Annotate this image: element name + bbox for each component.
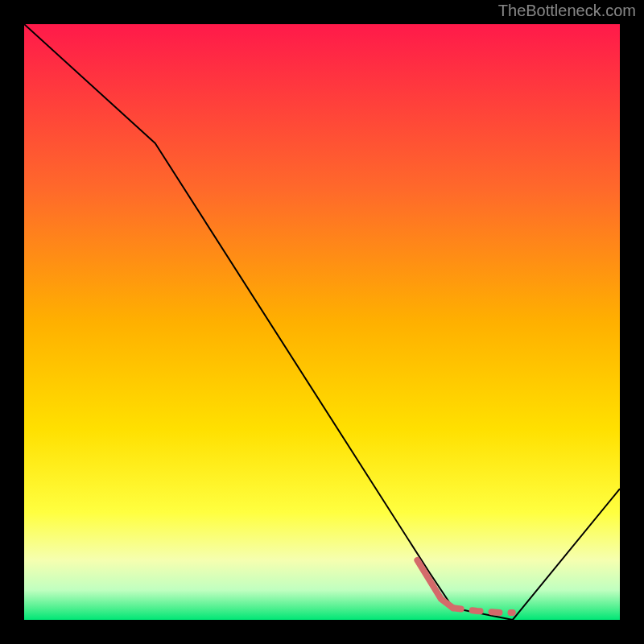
chart-svg bbox=[24, 24, 620, 620]
gradient-background bbox=[24, 24, 620, 620]
watermark-text: TheBottleneck.com bbox=[498, 2, 636, 20]
chart-area bbox=[24, 24, 620, 620]
